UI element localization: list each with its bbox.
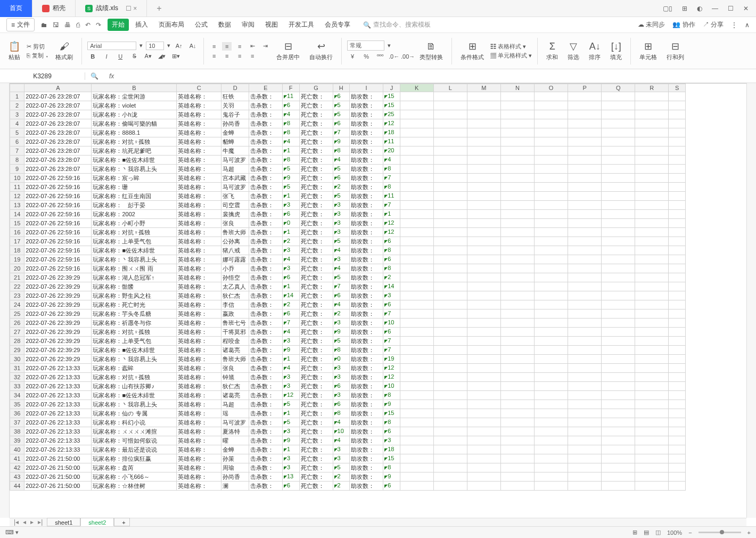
row-header[interactable]: 27 <box>10 328 24 337</box>
row-header[interactable]: 23 <box>10 291 24 300</box>
open-icon[interactable]: 🖿 <box>41 21 47 29</box>
menu-file[interactable]: ≡ 文件 <box>6 18 35 31</box>
table-row[interactable]: 22022-07-26 23:28:07玩家名称：violet英雄名称：关羽击杀… <box>10 101 686 110</box>
row-header[interactable]: 19 <box>10 255 24 264</box>
new-tab-button[interactable]: + <box>147 0 171 17</box>
zoom-slider[interactable] <box>699 532 741 533</box>
col-header[interactable]: C <box>177 84 221 92</box>
sheet-next-icon[interactable]: ▸ <box>30 518 34 526</box>
table-row[interactable]: 332022-07-26 22:13:33玩家名称：山有扶苏卿♪英雄名称：狄仁杰… <box>10 382 686 391</box>
currency-icon[interactable]: ¥ <box>347 52 358 61</box>
tablestyle-button[interactable]: ☷ 表格样式 ▾ <box>490 43 532 51</box>
menu-layout[interactable]: 页面布局 <box>154 19 188 31</box>
table-row[interactable]: 252022-07-26 22:39:29玩家名称：芋头冬瓜糖英雄名称：嬴政击杀… <box>10 309 686 319</box>
table-row[interactable]: 372022-07-26 22:13:33玩家名称：科幻小说英雄名称：马可波罗击… <box>10 418 686 427</box>
size-select[interactable]: 10 <box>146 42 164 50</box>
row-header[interactable]: 39 <box>10 436 24 445</box>
table-row[interactable]: 102022-07-26 22:59:16玩家名称：宸っ眸英雄名称：宫本武藏击杀… <box>10 174 686 183</box>
col-header[interactable]: K <box>400 84 433 92</box>
sheet-last-icon[interactable]: ▸| <box>38 518 43 526</box>
coop-button[interactable]: 👥 协作 <box>672 20 695 29</box>
close-button[interactable]: ✕ <box>743 5 749 12</box>
table-row[interactable]: 282022-07-26 22:39:29玩家名称：上单受气包英雄名称：程咬金击… <box>10 337 686 346</box>
row-header[interactable]: 26 <box>10 319 24 328</box>
row-header[interactable]: 9 <box>10 165 24 174</box>
table-row[interactable]: 302022-07-26 22:39:29玩家名称：丶我容易上头英雄名称：鲁班大… <box>10 355 686 364</box>
table-row[interactable]: 232022-07-26 22:39:29玩家名称：野生风之柱英雄名称：狄仁杰击… <box>10 291 686 300</box>
comma-icon[interactable]: ººº <box>375 52 385 61</box>
menu-member[interactable]: 会员专享 <box>321 19 355 31</box>
row-header[interactable]: 42 <box>10 463 24 472</box>
row-header[interactable]: 30 <box>10 355 24 364</box>
row-header[interactable]: 22 <box>10 282 24 291</box>
collapse-ribbon-icon[interactable]: ∧ <box>745 21 750 29</box>
filter-button[interactable]: ▽筛选 <box>564 40 582 61</box>
menu-start[interactable]: 开始 <box>108 19 129 31</box>
table-row[interactable]: 212022-07-26 22:39:29玩家名称：湖人总冠军↑英雄名称：孙悟空… <box>10 273 686 282</box>
col-header[interactable]: H <box>333 84 350 92</box>
table-row[interactable]: 342022-07-26 22:13:33玩家名称：■佐佐木緋世英雄名称：诸葛亮… <box>10 391 686 400</box>
row-header[interactable]: 16 <box>10 228 24 237</box>
sheet-tab-2[interactable]: sheet2 <box>80 518 114 526</box>
col-header[interactable]: B <box>92 84 177 92</box>
zoom-out-button[interactable]: − <box>688 529 692 536</box>
table-row[interactable]: 192022-07-26 22:59:16玩家名称：丶我容易上头英雄名称：娜可露… <box>10 255 686 264</box>
cells-button[interactable]: ⊞单元格 <box>636 40 660 61</box>
col-header[interactable]: I <box>350 84 383 92</box>
border-button[interactable]: ⊞▾ <box>170 52 181 61</box>
merge-button[interactable]: ⊟合并居中 <box>273 40 303 61</box>
row-header[interactable]: 41 <box>10 454 24 463</box>
row-header[interactable]: 2 <box>10 101 24 110</box>
row-header[interactable]: 13 <box>10 201 24 210</box>
fillcolor-button[interactable]: ◢▾ <box>157 52 167 61</box>
condfmt-button[interactable]: ⊞条件格式 <box>457 40 487 61</box>
tab-daoke[interactable]: 稻壳 <box>32 0 76 17</box>
mode-icon[interactable]: ⌨ ▾ <box>5 529 19 536</box>
row-header[interactable]: 15 <box>10 219 24 228</box>
typeconv-button[interactable]: 🗎类型转换 <box>416 41 446 61</box>
table-row[interactable]: 32022-07-26 23:28:07玩家名称：小h泷英雄名称：鬼谷子击杀数：… <box>10 110 686 119</box>
row-header[interactable]: 17 <box>10 237 24 246</box>
zoom-in-button[interactable]: + <box>747 529 751 536</box>
strike-button[interactable]: S̶ <box>129 52 139 61</box>
rowcol-button[interactable]: ⊟行和列 <box>663 40 687 61</box>
table-row[interactable]: 382022-07-26 22:13:33玩家名称：ㄨㄨㄨㄨ滩揎英雄名称：夏洛特… <box>10 427 686 436</box>
row-header[interactable]: 36 <box>10 409 24 418</box>
percent-icon[interactable]: % <box>361 52 372 61</box>
command-search[interactable]: 🔍 查找命令、搜索模板 <box>363 20 431 29</box>
row-header[interactable]: 38 <box>10 427 24 436</box>
sheet-tab-1[interactable]: sheet1 <box>47 518 80 526</box>
table-row[interactable]: 242022-07-26 22:39:29玩家名称：死亡时光英雄名称：李信击杀数… <box>10 300 686 309</box>
row-header[interactable]: 24 <box>10 300 24 309</box>
table-row[interactable]: 152022-07-26 22:59:16玩家名称：小町小野英雄名称：张良击杀数… <box>10 219 686 228</box>
cellstyle-button[interactable]: ▦ 单元格样式 ▾ <box>490 52 532 60</box>
indent-inc-icon[interactable]: ⇥ <box>260 42 270 51</box>
view-normal-icon[interactable]: ⊞ <box>632 529 637 536</box>
avatar-icon[interactable]: ◐ <box>697 5 702 12</box>
table-row[interactable]: 272022-07-26 22:39:29玩家名称：对抗♀孤独英雄名称：干将莫邪… <box>10 328 686 337</box>
sync-button[interactable]: ☁ 未同步 <box>638 20 665 29</box>
fontcolor-button[interactable]: A▾ <box>143 52 153 61</box>
fill-button[interactable]: [↓]填充 <box>607 41 625 61</box>
add-sheet-button[interactable]: + <box>114 518 130 526</box>
cut-button[interactable]: ✂ 剪切 <box>27 43 49 51</box>
tab-file[interactable]: S战绩.xls☐ × <box>76 0 147 17</box>
menu-view[interactable]: 视图 <box>261 19 282 31</box>
row-header[interactable]: 3 <box>10 110 24 119</box>
table-row[interactable]: 362022-07-26 22:13:33玩家名称：仙の 专属英雄名称：瑶击杀数… <box>10 409 686 418</box>
table-row[interactable]: 262022-07-26 22:39:29玩家名称：祈愿冬与你英雄名称：鲁班七号… <box>10 319 686 328</box>
italic-button[interactable]: I <box>101 52 112 61</box>
row-header[interactable]: 14 <box>10 210 24 219</box>
table-row[interactable]: 432022-07-26 21:50:00玩家名称：小飞666～英雄名称：孙尚香… <box>10 472 686 482</box>
grid-area[interactable]: ABCDEFGHIJKLMNOPQRS12022-07-26 23:28:07玩… <box>10 83 746 518</box>
dec-decimal-icon[interactable]: .00→ <box>402 52 413 61</box>
table-row[interactable]: 392022-07-26 22:13:33玩家名称：可惜如何叙说英雄名称：曜击杀… <box>10 436 686 445</box>
align-top-icon[interactable]: ≡ <box>209 42 219 51</box>
row-header[interactable]: 7 <box>10 146 24 156</box>
table-row[interactable]: 142022-07-26 22:59:16玩家名称：2002英雄名称：裴擒虎击杀… <box>10 210 686 219</box>
col-header[interactable]: P <box>568 84 602 92</box>
table-row[interactable]: 72022-07-26 23:28:07玩家名称：坑死尼爹吧英雄名称：牛魔击杀数… <box>10 146 686 156</box>
row-header[interactable]: 6 <box>10 137 24 146</box>
menu-data[interactable]: 数据 <box>214 19 235 31</box>
table-row[interactable]: 172022-07-26 22:59:16玩家名称：上单受气包英雄名称：公孙离击… <box>10 237 686 246</box>
